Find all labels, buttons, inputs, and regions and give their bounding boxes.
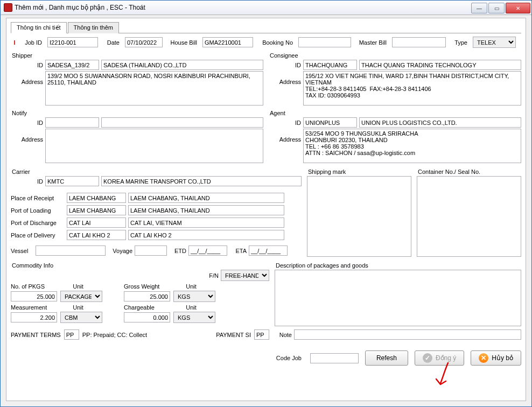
consignee-id-label: ID: [269, 62, 303, 68]
payment-terms-hint: PP: Prepaid; CC: Collect: [82, 332, 147, 338]
housebill-label: House Bill: [166, 39, 199, 46]
carrier-name-input[interactable]: [101, 176, 302, 186]
carrier-id-input[interactable]: [45, 176, 99, 186]
shipper-address-label: Address: [11, 71, 45, 85]
etd-input[interactable]: [188, 245, 227, 256]
close-icon: ✕: [479, 353, 488, 363]
consignee-id-input[interactable]: [303, 60, 357, 70]
tab-detail[interactable]: Thông tin chi tiết: [11, 22, 67, 33]
agent-id-label: ID: [269, 120, 303, 126]
agree-button[interactable]: ✓ Đồng ý: [415, 350, 464, 366]
minimize-button[interactable]: —: [471, 3, 487, 13]
notify-id-input[interactable]: [45, 117, 99, 128]
jobid-label: Job ID: [22, 39, 44, 46]
note-label: Note: [275, 332, 294, 338]
agent-address-label: Address: [269, 129, 303, 143]
tab-extra[interactable]: Thông tin thêm: [68, 22, 119, 33]
etd-label: ETD: [167, 248, 188, 254]
pkgs-unit-select[interactable]: PACKAGE: [60, 291, 102, 302]
vessel-input[interactable]: [36, 245, 106, 256]
agent-title: Agent: [270, 110, 521, 116]
fn-select[interactable]: FREE-HAND: [221, 270, 269, 281]
date-input[interactable]: [125, 37, 163, 47]
notify-id-label: ID: [11, 120, 45, 126]
agent-id-input[interactable]: [303, 117, 357, 128]
voyage-label: Voyage: [106, 248, 135, 254]
type-select[interactable]: TELEX: [473, 37, 516, 48]
shipper-name-input[interactable]: [101, 60, 263, 70]
app-icon: [4, 3, 12, 12]
check-icon: ✓: [423, 353, 432, 363]
measurement-unit-label: Unit: [59, 304, 97, 311]
agent-name-input[interactable]: [359, 117, 521, 128]
grossweight-input[interactable]: [124, 291, 170, 301]
bookingno-label: Booking No: [256, 39, 295, 46]
pod-label: Port of Discharge: [11, 220, 67, 226]
notify-name-input[interactable]: [101, 117, 263, 128]
pod-code-input[interactable]: [67, 217, 126, 228]
chargeable-unit-select[interactable]: KGS: [173, 312, 215, 323]
carrier-id-label: ID: [11, 178, 45, 185]
client-area: Thông tin chi tiết Thông tin thêm I Job …: [6, 18, 526, 401]
tabstrip: Thông tin chi tiết Thông tin thêm: [11, 22, 521, 33]
description-input[interactable]: [275, 270, 521, 326]
jobid-input[interactable]: [47, 37, 98, 47]
note-input[interactable]: [294, 329, 521, 340]
payment-terms-label: PAYMENT TERMS: [11, 332, 61, 338]
chargeable-unit-label: Unit: [172, 304, 210, 311]
consignee-address-input[interactable]: 195/12 XO VIET NGHE TINH, WARD 17,BINH T…: [303, 71, 521, 106]
top-row: I Job ID Date House Bill Booking No Mast…: [11, 37, 521, 48]
podel-name-input[interactable]: [128, 230, 284, 240]
chargeable-label: Chargeable: [124, 304, 167, 311]
consignee-address-label: Address: [269, 71, 303, 85]
pol-name-input[interactable]: [128, 205, 284, 215]
codejob-input[interactable]: [310, 353, 359, 363]
pol-code-input[interactable]: [67, 205, 126, 215]
grossweight-unit-label: Unit: [172, 283, 210, 290]
shipper-address-input[interactable]: 139/2 MOO 5 SUWANNASORN ROAD, NOSRI KABI…: [45, 71, 263, 106]
podel-code-input[interactable]: [67, 230, 126, 240]
pkgs-input[interactable]: [11, 291, 57, 301]
shipping-mark-label: Shipping mark: [308, 169, 411, 175]
pod-name-input[interactable]: [128, 217, 284, 228]
pkgs-label: No. of PKGS: [11, 283, 54, 290]
vessel-label: Vessel: [11, 248, 36, 254]
payment-terms-input[interactable]: [64, 329, 79, 340]
fn-label: F/N: [202, 272, 221, 279]
por-label: Place of Receipt: [11, 195, 67, 201]
titlebar: Thêm mới , Danh mục bộ phận , ESC - Thoá…: [1, 1, 531, 15]
measurement-label: Measurement: [11, 304, 54, 311]
description-label: Description of packages and goods: [276, 262, 521, 269]
pkgs-unit-label: Unit: [59, 283, 97, 290]
maximize-button[interactable]: ▭: [488, 3, 505, 13]
codejob-label: Code Job: [276, 355, 304, 361]
eta-input[interactable]: [249, 245, 288, 256]
notify-address-label: Address: [11, 129, 45, 143]
shipping-mark-input[interactable]: [307, 176, 411, 257]
notify-title: Notify: [12, 110, 263, 116]
date-label: Date: [101, 39, 122, 46]
container-no-input[interactable]: [417, 176, 521, 257]
shipper-id-input[interactable]: [45, 60, 99, 70]
consignee-title: Consignee: [270, 52, 521, 59]
bookingno-input[interactable]: [298, 37, 351, 47]
cancel-button[interactable]: ✕ Hủy bỏ: [471, 350, 521, 366]
agent-address-input[interactable]: 53/254 MOO 9 THUNGSUKLA SRIRACHA CHONBUR…: [303, 129, 521, 163]
consignee-name-input[interactable]: [359, 60, 521, 70]
por-code-input[interactable]: [67, 193, 126, 203]
payment-si-input[interactable]: [254, 329, 269, 340]
refresh-button[interactable]: Refesh: [365, 350, 408, 366]
housebill-input[interactable]: [202, 37, 253, 47]
chargeable-input[interactable]: [124, 312, 170, 322]
notify-address-input[interactable]: [45, 129, 263, 163]
masterbill-input[interactable]: [392, 37, 446, 47]
pol-label: Port of Loading: [11, 207, 67, 214]
measurement-unit-select[interactable]: CBM: [60, 312, 102, 323]
voyage-input[interactable]: [135, 245, 167, 256]
required-mark-icon: I: [11, 39, 18, 46]
podel-label: Place of Delivery: [11, 232, 67, 238]
grossweight-unit-select[interactable]: KGS: [173, 291, 215, 302]
measurement-input[interactable]: [11, 312, 57, 322]
por-name-input[interactable]: [128, 193, 284, 203]
close-button[interactable]: ✕: [506, 3, 530, 13]
